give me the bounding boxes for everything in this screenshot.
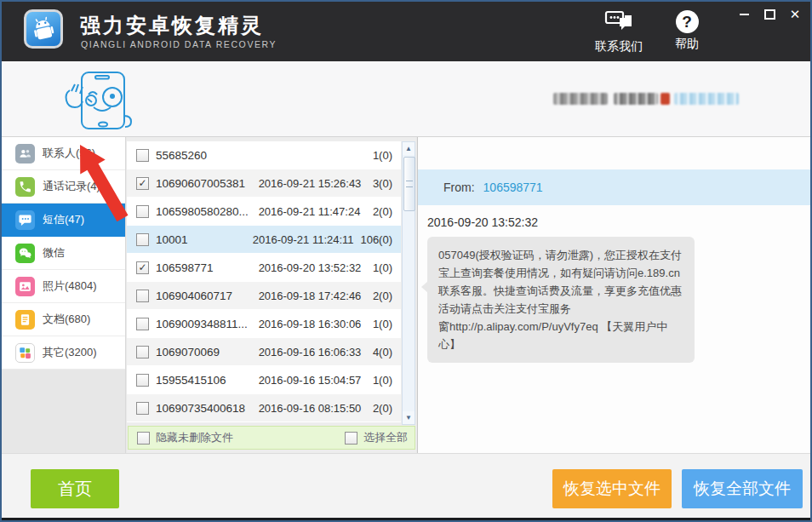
header-strip (2, 61, 810, 137)
scroll-down-icon[interactable]: ▼ (403, 411, 415, 424)
table-row[interactable]: 159554151062016-09-16 15:04:571(0) (127, 366, 401, 394)
row-datetime: 2016-09-18 17:42:46 (259, 290, 373, 302)
home-button[interactable]: 首页 (31, 469, 119, 508)
row-count: 1(0) (373, 374, 401, 387)
scroll-up-icon[interactable]: ▲ (403, 142, 415, 155)
select-all-checkbox[interactable] (345, 432, 357, 445)
row-count: 2(0) (373, 402, 401, 415)
row-count: 4(0) (373, 346, 401, 359)
photos-icon (15, 277, 35, 296)
main-area: 联系人(96)通话记录(4)短信(47)微信照片(4804)文档(680)其它(… (2, 137, 810, 453)
list-select-bar: 隐藏未删除文件 选择全部 (128, 426, 415, 450)
sidebar-item-contacts[interactable]: 联系人(96) (2, 137, 125, 170)
row-number: 1069070069 (156, 346, 259, 359)
app-title: 强力安卓恢复精灵 (80, 12, 264, 39)
sidebar-item-label: 微信 (43, 245, 65, 261)
sidebar-item-label: 照片(4804) (43, 278, 97, 294)
table-row[interactable]: 106907354006182016-09-16 08:15:502(0) (127, 394, 401, 422)
table-row[interactable]: 100012016-09-21 11:24:11106(0) (127, 226, 401, 254)
mascot-phone-icon (46, 68, 140, 138)
redacted-account-badge (660, 93, 670, 105)
maximize-button[interactable] (763, 9, 776, 20)
row-checkbox[interactable] (136, 402, 149, 415)
row-checkbox[interactable] (136, 290, 149, 302)
minimize-icon (740, 14, 749, 15)
row-checkbox[interactable] (136, 149, 149, 162)
table-row[interactable]: ✓1065987712016-09-20 13:52:321(0) (127, 254, 401, 282)
scrollbar-thumb[interactable] (403, 157, 415, 211)
sms-icon (15, 210, 35, 230)
row-count: 3(0) (373, 177, 401, 190)
close-button[interactable]: ✕ (788, 9, 802, 20)
message-datetime: 2016-09-20 13:52:32 (427, 215, 538, 229)
from-bar: From: 106598771 (418, 169, 812, 205)
sidebar-item-label: 通话记录(4) (43, 179, 100, 194)
app-logo-icon (24, 9, 63, 49)
table-row[interactable]: 556852601(0) (127, 141, 401, 169)
table-row[interactable]: 10690700692016-09-16 16:06:334(0) (127, 338, 401, 366)
sidebar-item-label: 短信(47) (43, 212, 84, 227)
sidebar-item-wechat[interactable]: 微信 (2, 237, 125, 270)
minimize-button[interactable] (737, 9, 751, 20)
sidebar-item-other[interactable]: 其它(3200) (2, 336, 125, 370)
message-list-panel: 556852601(0)✓106906070053812016-09-21 15… (127, 137, 416, 453)
sidebar-item-docs[interactable]: 文档(680) (2, 303, 125, 336)
contacts-icon (15, 144, 35, 163)
row-number: 55685260 (156, 149, 259, 162)
recover-selected-button[interactable]: 恢复选中文件 (552, 469, 672, 508)
sidebar-item-calls[interactable]: 通话记录(4) (2, 170, 125, 204)
row-datetime: 2016-09-21 11:47:24 (259, 205, 373, 218)
table-row[interactable]: ✓106906070053812016-09-21 15:26:433(0) (127, 169, 401, 198)
row-count: 1(0) (373, 318, 401, 330)
row-number: 106904060717 (156, 290, 259, 302)
sidebar-item-label: 联系人(96) (43, 146, 95, 161)
row-checkbox[interactable] (136, 205, 149, 218)
hide-undeleted-label: 隐藏未删除文件 (156, 430, 233, 445)
table-row[interactable]: 1069009348811...2016-09-18 16:30:061(0) (127, 310, 401, 338)
table-row[interactable]: 1069040607172016-09-18 17:42:462(0) (127, 282, 401, 310)
contact-us-label: 联系我们 (589, 39, 649, 54)
row-checkbox[interactable]: ✓ (136, 261, 149, 274)
other-icon (15, 343, 35, 363)
title-bar: 强力安卓恢复精灵 QIANGLI ANDROID DATA RECOVERY 联… (2, 2, 810, 61)
row-checkbox[interactable] (136, 318, 149, 330)
hide-undeleted-checkbox[interactable] (137, 432, 150, 445)
from-number[interactable]: 106598771 (483, 181, 543, 194)
row-number: 10690735400618 (156, 402, 259, 415)
table-row[interactable]: 1065980580280...2016-09-21 11:47:242(0) (127, 198, 401, 226)
from-label: From: (443, 181, 475, 194)
row-checkbox[interactable]: ✓ (136, 177, 149, 190)
redacted-account-link (674, 93, 739, 105)
row-number: 106598771 (156, 261, 259, 274)
redacted-account-info (614, 93, 658, 105)
select-all-label: 选择全部 (363, 430, 408, 445)
row-datetime: 2016-09-18 16:30:06 (259, 318, 373, 330)
row-checkbox[interactable] (136, 233, 149, 246)
calls-icon (15, 177, 35, 197)
row-datetime: 2016-09-16 16:06:33 (259, 346, 373, 359)
help-button[interactable]: ? 帮助 (657, 10, 717, 52)
row-datetime: 2016-09-21 11:24:11 (253, 233, 361, 246)
row-count: 1(0) (373, 261, 401, 274)
sidebar: 联系人(96)通话记录(4)短信(47)微信照片(4804)文档(680)其它(… (2, 137, 126, 453)
row-checkbox[interactable] (136, 346, 149, 359)
docs-icon (15, 310, 35, 330)
row-number: 10690607005381 (156, 177, 259, 190)
row-datetime: 2016-09-16 08:15:50 (259, 402, 373, 415)
sidebar-item-photos[interactable]: 照片(4804) (2, 270, 125, 303)
redacted-account-info (553, 93, 608, 105)
contact-us-icon (604, 20, 633, 35)
row-count: 1(0) (373, 149, 401, 162)
row-checkbox[interactable] (136, 374, 149, 387)
recover-all-button[interactable]: 恢复全部文件 (682, 469, 803, 508)
wechat-icon (15, 244, 35, 263)
help-icon: ? (676, 10, 699, 33)
sidebar-item-sms[interactable]: 短信(47) (2, 204, 125, 237)
row-datetime: 2016-09-20 13:52:32 (259, 261, 373, 274)
contact-us-button[interactable]: 联系我们 (589, 10, 649, 54)
list-scrollbar[interactable]: ▲ ▼ (402, 141, 415, 425)
row-number: 1065980580280... (156, 205, 259, 218)
help-label: 帮助 (657, 37, 717, 52)
row-number: 1069009348811... (156, 318, 259, 330)
row-number: 15955415106 (156, 374, 259, 387)
